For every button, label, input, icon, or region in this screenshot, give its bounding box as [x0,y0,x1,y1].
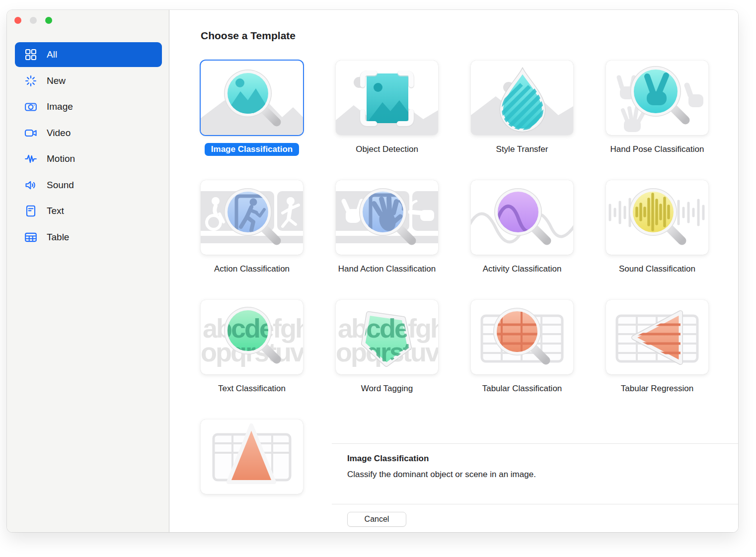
template-label: Tabular Regression [621,384,693,394]
word-tagging-icon: abcdefghiopqrstuvw abcdefghiopqrstuvw [336,300,438,374]
template-card-image-classification[interactable] [201,61,303,135]
object-detection-icon [336,61,438,135]
sidebar-item-label: Motion [47,153,75,164]
style-transfer-icon [471,61,573,135]
camera-icon [24,100,38,114]
sidebar-item-label: All [47,49,57,60]
template-label: Text Classification [218,384,286,394]
activity-icon [471,180,573,255]
template-cell: Tabular Classification [471,300,573,396]
close-button[interactable] [14,17,21,24]
sidebar-item-sound[interactable]: Sound [15,172,162,199]
grid-icon [24,48,38,62]
template-cell: Hand Action Classification [336,180,438,276]
sound-classification-icon [606,180,708,255]
sidebar-item-label: Sound [47,180,74,191]
waveform-icon [24,152,38,166]
template-label: Image Classification [205,143,299,156]
template-label: Word Tagging [361,384,413,394]
sidebar-item-label: Image [47,101,73,112]
action-classification-icon [201,180,303,255]
template-card-hand-pose[interactable] [606,61,708,135]
template-card-object-detection[interactable] [336,61,438,135]
sidebar-item-label: Table [47,232,69,243]
template-label: Style Transfer [496,144,548,154]
speaker-icon [24,178,38,192]
template-cell: Hand Pose Classification [606,61,708,156]
sparkle-icon [24,74,38,88]
template-card-tabular-regression[interactable] [606,300,708,374]
template-cell: Activity Classification [471,180,573,276]
template-card-word-tagging[interactable]: abcdefghiopqrstuvw abcdefghiopqrstuvw [336,300,438,374]
zoom-button[interactable] [45,17,52,24]
sidebar-list: All New [15,42,162,250]
sidebar: All New [7,10,169,532]
image-classification-icon [201,61,303,135]
template-cell: Image Classification [201,61,303,156]
template-cell: Action Classification [201,180,303,276]
template-cell: Object Detection [336,61,438,156]
template-card-hand-action[interactable] [336,180,438,255]
sidebar-item-table[interactable]: Table [15,224,162,251]
template-card-sound-classification[interactable] [606,180,708,255]
sidebar-item-label: Text [47,206,64,216]
table-icon [24,230,38,244]
sidebar-item-motion[interactable]: Motion [15,146,162,172]
detail-title: Image Classification [347,454,429,464]
template-grid: Image Classification [201,61,708,494]
document-icon [24,204,38,218]
template-label: Sound Classification [619,264,695,274]
template-cell: abcdefghiopqrstuvw abcdefghiopqrstuvw Te… [201,300,303,396]
template-label: Activity Classification [483,264,562,274]
template-card-tabular-classification[interactable] [471,300,573,374]
detail-panel: Image Classification Classify the domina… [332,443,738,532]
sidebar-item-label: Video [47,128,71,139]
template-label: Hand Pose Classification [610,144,704,154]
text-classification-icon: abcdefghiopqrstuvw abcdefghiopqrstuvw [201,300,303,374]
template-card-style-transfer[interactable] [471,61,573,135]
template-cell [201,419,303,494]
video-camera-icon [24,126,38,140]
template-card-action-classification[interactable] [201,180,303,255]
template-gallery: Choose a Template [169,10,738,532]
minimize-button[interactable] [30,17,37,24]
template-label: Object Detection [356,144,418,154]
sidebar-item-video[interactable]: Video [15,120,162,146]
tabular-classification-icon [471,300,573,374]
template-cell: Sound Classification [606,180,708,276]
sidebar-item-label: New [47,75,66,86]
page-title: Choose a Template [201,30,296,42]
template-label: Action Classification [214,264,290,274]
hand-pose-icon [606,61,708,135]
traffic-lights [14,17,52,24]
sidebar-item-image[interactable]: Image [15,94,162,120]
template-label: Tabular Classification [482,384,562,394]
template-card-partial[interactable] [201,419,303,494]
template-cell: abcdefghiopqrstuvw abcdefghiopqrstuvw Wo… [336,300,438,396]
template-label: Hand Action Classification [338,264,436,274]
cancel-button[interactable]: Cancel [347,512,406,527]
partial-template-icon [201,419,303,494]
footer-divider [332,504,738,504]
detail-description: Classify the dominant object or scene in… [347,470,536,480]
template-cell: Style Transfer [471,61,573,156]
sidebar-item-new[interactable]: New [15,68,162,94]
tabular-regression-icon [606,300,708,374]
hand-action-icon [336,180,438,255]
template-card-text-classification[interactable]: abcdefghiopqrstuvw abcdefghiopqrstuvw [201,300,303,374]
sidebar-item-all[interactable]: All [15,42,162,67]
create-ml-template-chooser-window: All New [7,10,738,532]
sidebar-item-text[interactable]: Text [15,198,162,224]
template-cell: Tabular Regression [606,300,708,396]
template-card-activity[interactable] [471,180,573,255]
